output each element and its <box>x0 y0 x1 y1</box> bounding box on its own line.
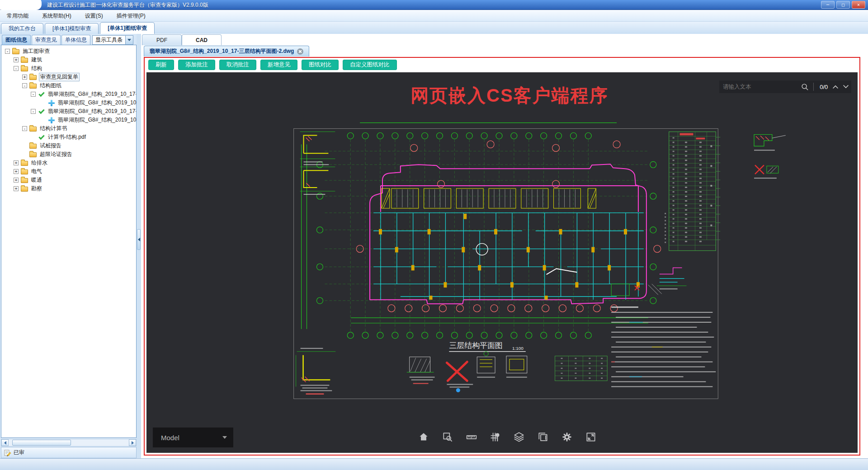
model-space-selector[interactable]: Model <box>153 428 233 447</box>
search-result-counter: 0/0 <box>817 84 830 90</box>
tree-item[interactable]: 建筑 <box>1 56 136 64</box>
tree-item-selected[interactable]: 审查意见回复单 <box>1 73 136 81</box>
expand-toggle-icon[interactable] <box>31 109 36 114</box>
tree-item[interactable]: 结构计算书 <box>1 124 136 133</box>
tab-review-opinion[interactable]: 审查意见 <box>32 35 61 45</box>
toolbar-dropdown[interactable]: 显示工具条 <box>92 35 133 45</box>
tree-item[interactable]: 结构 <box>1 64 136 73</box>
tree-item-label: 勘察 <box>30 185 43 193</box>
tree-item-label: 给排水 <box>30 159 48 167</box>
close-icon[interactable] <box>297 48 303 55</box>
tree-item[interactable]: 翡翠湖别院_G8#_结构_2019_10_17-三 <box>1 90 136 99</box>
tree-item[interactable]: 翡翠湖别院_G8#_结构_2019_10_17- <box>1 107 136 116</box>
search-prev-button[interactable] <box>830 80 840 93</box>
tree-item-label: 计算书-结构.pdf <box>47 133 87 141</box>
folder-icon <box>21 66 28 71</box>
custom-compare-button[interactable]: 自定义图纸对比 <box>343 60 397 70</box>
expand-toggle-icon[interactable] <box>22 126 27 131</box>
file-tab[interactable]: 翡翠湖别院_G8#_结构_2019_10_17-三层结构平面图-2.dwg <box>144 46 309 56</box>
tree-item[interactable]: 计算书-结构.pdf <box>1 133 136 141</box>
tree-item[interactable]: 翡翠湖别院_G8#_结构_2019_10_1 <box>1 99 136 107</box>
check-icon <box>38 108 45 115</box>
tab-pdf[interactable]: PDF <box>142 34 182 45</box>
cad-drawing: 三层结构平面图 1:100 <box>146 72 858 453</box>
tree-item-label: 翡翠湖别院_G8#_结构_2019_10_17- <box>47 108 137 115</box>
collapse-panel-button[interactable] <box>137 229 141 250</box>
tree-item[interactable]: 给排水 <box>1 159 136 167</box>
coordinate-pin-icon[interactable] <box>489 430 502 444</box>
expand-toggle-icon[interactable] <box>14 186 19 191</box>
expand-toggle-icon[interactable] <box>14 66 19 71</box>
scrollbar-thumb[interactable] <box>12 440 71 446</box>
panel-splitter[interactable] <box>137 34 141 458</box>
tree-item[interactable]: 结构图纸 <box>1 81 136 90</box>
tree-item[interactable]: 试桩报告 <box>1 141 136 150</box>
tree-item[interactable]: 电气 <box>1 167 136 176</box>
tree-item-label: 暖通 <box>30 176 43 184</box>
tab-unit-info[interactable]: 单体信息 <box>61 35 90 45</box>
expand-toggle-icon[interactable] <box>5 49 10 54</box>
fullscreen-icon[interactable] <box>584 430 598 444</box>
expand-toggle-icon[interactable] <box>22 75 27 80</box>
plus-icon <box>48 117 55 123</box>
expand-toggle-icon[interactable] <box>14 178 19 183</box>
tab-cad[interactable]: CAD <box>182 34 222 45</box>
menu-system-help[interactable]: 系统帮助(H) <box>35 10 78 22</box>
expand-toggle-icon[interactable] <box>14 169 19 174</box>
drawing-compare-button[interactable]: 图纸对比 <box>302 60 339 70</box>
minimize-button[interactable]: ─ <box>821 1 835 9</box>
viewports-icon[interactable] <box>536 430 550 444</box>
overlay-banner-text: 网页嵌入CS客户端程序 <box>410 83 609 108</box>
plus-icon <box>48 100 55 106</box>
cancel-annotation-button[interactable]: 取消批注 <box>219 60 256 70</box>
tab-model-review[interactable]: [单体1]模型审查 <box>45 23 99 34</box>
expand-toggle-icon[interactable] <box>22 83 27 88</box>
expand-toggle-icon[interactable] <box>14 160 19 165</box>
tree-item[interactable]: 勘察 <box>1 184 136 193</box>
folder-icon <box>21 58 28 63</box>
refresh-button[interactable]: 刷新 <box>148 60 174 70</box>
menu-plugin-manager[interactable]: 插件管理(P) <box>110 10 152 22</box>
new-opinion-button[interactable]: 新增意见 <box>260 60 297 70</box>
horizontal-scrollbar[interactable] <box>1 439 137 446</box>
tree-item[interactable]: 超限论证报告 <box>1 150 136 159</box>
main-content: PDF CAD 翡翠湖别院_G8#_结构_2019_10_17-三层结构平面图-… <box>141 34 868 458</box>
sidebar-tabs: 图纸信息 审查意见 单体信息 显示工具条 <box>1 34 137 45</box>
dropdown-arrow-button[interactable] <box>125 36 133 44</box>
add-annotation-button[interactable]: 添加批注 <box>178 60 215 70</box>
zoom-window-icon[interactable] <box>441 430 454 444</box>
tree-item[interactable]: 翡翠湖别院_G8#_结构_2019_10_1 <box>1 116 136 124</box>
tab-drawing-review[interactable]: [单体1]图纸审查 <box>100 22 155 34</box>
folder-icon <box>21 169 28 174</box>
check-icon <box>38 134 45 141</box>
cad-viewer-canvas[interactable]: 三层结构平面图 1:100 <box>146 72 858 453</box>
search-next-button[interactable] <box>841 80 851 93</box>
folder-icon <box>12 49 19 54</box>
document-type-tabs: PDF CAD <box>141 34 868 45</box>
measure-icon[interactable] <box>465 430 478 444</box>
menu-common-functions[interactable]: 常用功能 <box>0 10 35 22</box>
search-button[interactable] <box>799 80 810 93</box>
folder-icon <box>29 127 37 132</box>
scroll-right-arrow[interactable] <box>129 439 136 446</box>
tree-item[interactable]: 暖通 <box>1 176 136 184</box>
menu-settings[interactable]: 设置(S) <box>78 10 110 22</box>
tree-item-label: 翡翠湖别院_G8#_结构_2019_10_17-三 <box>47 90 137 98</box>
expand-toggle-icon[interactable] <box>31 92 36 97</box>
home-icon[interactable] <box>417 430 430 444</box>
menu-bar: 常用功能 系统帮助(H) 设置(S) 插件管理(P) <box>0 10 868 22</box>
maximize-button[interactable]: □ <box>836 1 850 9</box>
magnifier-icon <box>801 83 809 91</box>
tab-drawing-info[interactable]: 图纸信息 <box>2 35 31 45</box>
tree-item[interactable]: 施工图审查 <box>1 47 136 56</box>
embedded-client-region: 刷新 添加批注 取消批注 新增意见 图纸对比 自定义图纸对比 <box>144 57 860 456</box>
search-input[interactable] <box>719 80 799 93</box>
scroll-left-arrow[interactable] <box>1 439 9 446</box>
layers-icon[interactable] <box>512 430 526 444</box>
expand-toggle-icon[interactable] <box>14 57 19 62</box>
tab-my-workbench[interactable]: 我的工作台 <box>1 23 43 34</box>
close-button[interactable]: × <box>852 1 865 9</box>
settings-icon[interactable] <box>560 430 574 444</box>
folder-icon <box>21 161 28 166</box>
viewer-toolbar <box>417 428 598 446</box>
